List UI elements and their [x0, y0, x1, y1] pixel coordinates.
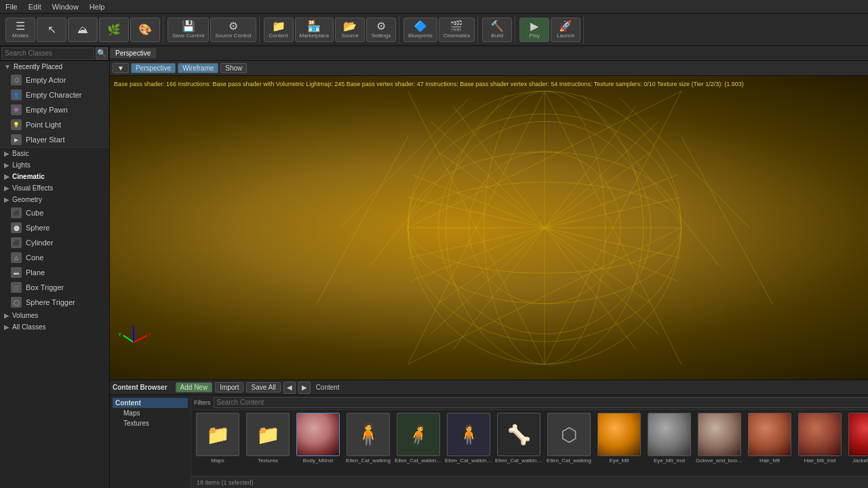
wireframe-btn[interactable]: Wireframe [178, 63, 218, 73]
center-area: Perspective ▼ Perspective Wireframe Show [110, 46, 868, 488]
show-btn[interactable]: Show [220, 63, 247, 73]
content-item-ellen-anim[interactable]: 🧍 Ellen_Cat_walking_Anim [395, 413, 442, 464]
jacket-label: Golove_and_boots_MtInst [696, 458, 743, 464]
sidebar-visual-effects[interactable]: ▶ Visual Effects [0, 182, 109, 194]
sidebar-volumes[interactable]: ▶ Volumes [0, 310, 109, 321]
content-item-hair-inst[interactable]: Hair_Mlt_Inst [796, 413, 844, 464]
modes-button[interactable]: ☰ Modes [5, 18, 35, 42]
sidebar-all-classes[interactable]: ▶ All Classes [0, 321, 109, 333]
viewport-toolbar: ▼ Perspective Wireframe Show [110, 61, 868, 76]
add-new-button[interactable]: Add New [176, 382, 213, 392]
settings-button[interactable]: ⚙ Settings [366, 18, 396, 42]
place-item-label: Empty Pawn [26, 106, 68, 114]
filters-btn[interactable]: Filters [194, 399, 211, 406]
place-item-empty-pawn[interactable]: 👾 Empty Pawn [0, 102, 109, 117]
main-viewport[interactable]: Base pass shader: 166 Instructions: Base… [110, 76, 868, 380]
save-current-button[interactable]: 💾 Save Current [167, 18, 209, 42]
place-item-empty-actor[interactable]: ⬡ Empty Actor [0, 73, 109, 87]
content-search-input[interactable] [214, 397, 869, 408]
place-item-point-light[interactable]: 💡 Point Light [0, 117, 109, 132]
build-button[interactable]: 🔨 Build [482, 18, 512, 42]
sidebar-cinematic[interactable]: ▶ Cinematic [0, 171, 109, 182]
content-section: 📁 Content 🏪 Marketplace 📂 Source ⚙ Setti… [261, 16, 400, 43]
ellen-label: Ellen_Cat_walking [346, 458, 391, 464]
ellen-physics-thumb: 🧍 [447, 413, 490, 456]
perspective-btn[interactable]: Perspective [131, 63, 176, 73]
marketplace-button[interactable]: 🏪 Marketplace [295, 18, 334, 42]
content-item-eye-mlt-inst[interactable]: Eye_Mlt_Inst [646, 413, 693, 464]
eye-mlt-label: Eye_Mlt [610, 458, 629, 464]
nav-back-btn[interactable]: ◀ [283, 382, 296, 394]
ellen-thumb: 🧍 [347, 413, 390, 456]
source-control-button[interactable]: ⚙ Source Control [210, 18, 256, 42]
svg-text:X: X [148, 331, 151, 338]
content-browser-header: Content Browser Add New Import Save All … [110, 380, 868, 395]
menu-edit[interactable]: Edit [23, 3, 47, 11]
select-tool[interactable]: ↖ [37, 18, 66, 42]
place-item-sphere-trigger[interactable]: ◯ Sphere Trigger [0, 295, 109, 310]
place-item-box-trigger[interactable]: ⬚ Box Trigger [0, 280, 109, 295]
save-all-button[interactable]: Save All [246, 382, 280, 392]
sidebar-lights[interactable]: ▶ Lights [0, 159, 109, 171]
content-browser-status: 18 items (1 selected) View Options ▼ [191, 476, 868, 488]
tree-item-content[interactable]: Content [113, 398, 188, 408]
place-item-cylinder[interactable]: ⬛ Cylinder [0, 235, 109, 250]
blueprints-button[interactable]: 🔷 Blueprints [403, 18, 437, 42]
content-item-ellen-skeleton[interactable]: 🦴 Ellen_Cat_walking_Skeleton [495, 413, 542, 464]
search-button[interactable]: 🔍 [96, 47, 108, 60]
place-item-cube[interactable]: ⬛ Cube [0, 205, 109, 220]
content-browser-items: 📁 Maps 📁 Textures [191, 410, 868, 476]
place-item-label: Cylinder [26, 239, 53, 247]
cylinder-icon: ⬛ [11, 237, 22, 248]
content-item-ellen-physics[interactable]: 🧍 Ellen_Cat_walking_PhysicsAsset [445, 413, 492, 464]
place-item-empty-character[interactable]: 👤 Empty Character [0, 87, 109, 102]
tree-item-maps[interactable]: Maps [121, 408, 188, 418]
tree-item-textures[interactable]: Textures [121, 418, 188, 428]
content-item-eye-mlt[interactable]: Eye_Mlt [595, 413, 643, 464]
source-button[interactable]: 📂 Source [335, 18, 365, 42]
content-item-body-mtinst[interactable]: Body_MtInst [294, 413, 342, 464]
hair-label: Hair_Mlt [760, 458, 780, 464]
content-button[interactable]: 📁 Content [264, 18, 294, 42]
recently-placed-label: Recently Placed [14, 63, 62, 70]
content-item-ellen-mesh[interactable]: ⬡ Ellen_Cat_walking [545, 413, 593, 464]
place-item-label: Plane [26, 268, 45, 277]
cinematics-button[interactable]: 🎬 Cinematics [439, 18, 475, 42]
viewport-menu-btn[interactable]: ▼ [113, 63, 129, 73]
search-classes-input[interactable] [1, 47, 94, 60]
place-item-sphere[interactable]: ⬤ Sphere [0, 220, 109, 235]
content-item-maps[interactable]: 📁 Maps [194, 413, 241, 464]
foliage-tool[interactable]: 🌿 [99, 18, 129, 42]
svg-line-22 [620, 99, 749, 228]
mesh-paint-tool[interactable]: 🎨 [130, 18, 160, 42]
content-item-textures[interactable]: 📁 Textures [244, 413, 292, 464]
place-item-player-start[interactable]: ▶ Player Start [0, 132, 109, 147]
content-item-jacket-red[interactable]: Jacket_and_... [846, 413, 868, 464]
menu-help[interactable]: Help [84, 3, 111, 11]
menu-window[interactable]: Window [47, 3, 84, 11]
content-item-jacket[interactable]: Golove_and_boots_MtInst [696, 413, 743, 464]
import-button[interactable]: Import [215, 382, 243, 392]
menu-file[interactable]: File [0, 3, 23, 11]
launch-button[interactable]: 🚀 Launch [551, 18, 580, 42]
play-button[interactable]: ▶ Play [519, 18, 549, 42]
content-item-hair[interactable]: Hair_Mlt [746, 413, 793, 464]
recently-placed-header[interactable]: ▼ Recently Placed [0, 61, 109, 73]
landscape-tool[interactable]: ⛰ [68, 18, 98, 42]
svg-text:Y: Y [118, 331, 122, 338]
content-path: Content [313, 384, 342, 391]
content-item-ellen[interactable]: 🧍 Ellen_Cat_walking [344, 413, 392, 464]
place-item-label: Empty Actor [26, 76, 66, 84]
perspective-tab[interactable]: Perspective [110, 48, 157, 58]
sidebar-basic[interactable]: ▶ Basic [0, 148, 109, 159]
content-browser-title: Content Browser [113, 384, 167, 391]
sidebar-geometry[interactable]: ▶ Geometry [0, 194, 109, 205]
place-item-plane[interactable]: ▬ Plane [0, 265, 109, 280]
nav-forward-btn[interactable]: ▶ [298, 382, 311, 394]
box-trigger-icon: ⬚ [11, 282, 22, 293]
place-item-label: Cube [26, 209, 43, 217]
place-item-cone[interactable]: △ Cone [0, 250, 109, 265]
category-label: Lights [12, 161, 31, 169]
save-section: 💾 Save Current ⚙ Source Control [165, 16, 260, 43]
svg-line-21 [370, 95, 507, 266]
